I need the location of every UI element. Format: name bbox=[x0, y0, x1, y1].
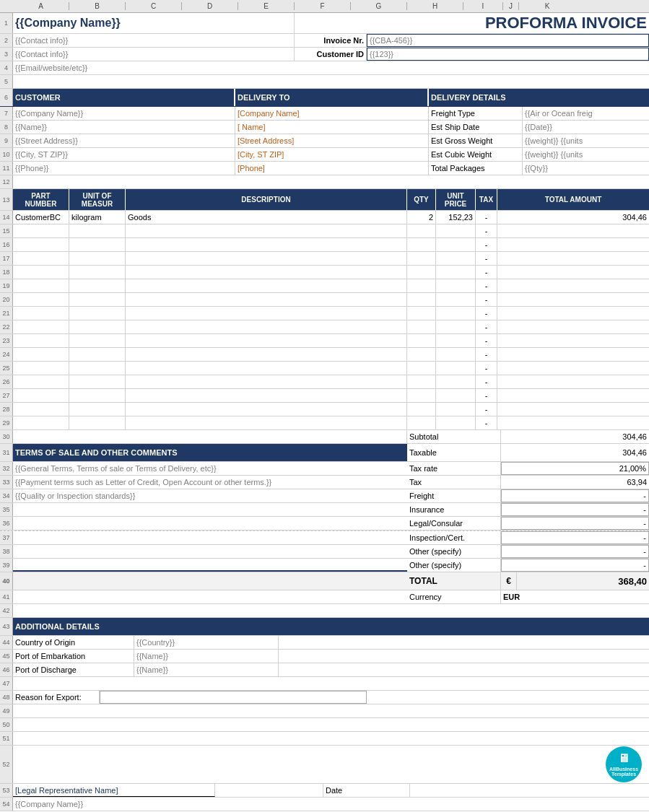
row-48: 48 Reason for Export: bbox=[0, 691, 649, 704]
td-part-22 bbox=[13, 320, 69, 333]
discharge-label: Port of Discharge bbox=[15, 665, 77, 674]
company-name-cell: {{Company Name}} bbox=[13, 13, 295, 33]
customer-id-label: Customer ID bbox=[317, 50, 364, 58]
row-8: 8 {{Name}} [ Name] Est Ship Date {{Date}… bbox=[0, 121, 649, 134]
row-10: 10 {{City, ST ZIP}} [City, ST ZIP] Est C… bbox=[0, 148, 649, 162]
row-num-29: 29 bbox=[0, 416, 13, 429]
contact2-cell: {{Contact info}} bbox=[13, 48, 295, 61]
row-num-31: 31 bbox=[0, 444, 13, 461]
terms-header-cell: TERMS OF SALE AND OTHER COMMENTS bbox=[13, 444, 407, 461]
td-total-24 bbox=[497, 348, 649, 361]
table-row-29: 29 - bbox=[0, 416, 649, 430]
row-44: 44 Country of Origin {{Country}} bbox=[0, 636, 649, 650]
td-price-29 bbox=[436, 416, 476, 429]
td-part-21 bbox=[13, 307, 69, 320]
invoice-nr-value: {{CBA-456}} bbox=[370, 36, 412, 45]
delivery-to-header-text: DELIVERY TO bbox=[238, 93, 290, 102]
subtotal-label: Subtotal bbox=[409, 432, 438, 441]
row-32: 32 {{General Terms, Terms of sale or Ter… bbox=[0, 462, 649, 476]
td-desc-26 bbox=[126, 375, 407, 388]
footer-company-cell: {{Company Name}} bbox=[13, 798, 649, 811]
row-num-35: 35 bbox=[0, 503, 13, 516]
row-35: 35 Insurance - bbox=[0, 503, 649, 517]
row-num-20: 20 bbox=[0, 293, 13, 306]
logo-icon: 🖥 bbox=[618, 752, 630, 765]
tax-label-cell: Tax bbox=[407, 476, 501, 489]
td-tax-22: - bbox=[476, 320, 497, 333]
reason-value-cell[interactable] bbox=[100, 691, 367, 704]
td-desc-18 bbox=[126, 266, 407, 279]
td-desc-24 bbox=[126, 348, 407, 361]
row-num-36: 36 bbox=[0, 517, 13, 530]
freight-label: Freight Type bbox=[431, 109, 475, 118]
other2-label: Other (specify) bbox=[409, 561, 461, 569]
total-currency-symbol-cell: € bbox=[501, 572, 517, 590]
td-unit-28 bbox=[69, 403, 126, 416]
cust-street-cell: {{Street Address}} bbox=[13, 134, 235, 147]
table-row-24: 24 - bbox=[0, 348, 649, 362]
td-qty-27 bbox=[407, 389, 436, 402]
table-row-27: 27 - bbox=[0, 389, 649, 403]
row35-empty bbox=[13, 503, 407, 516]
cust-city-text: {{City, ST ZIP}} bbox=[15, 150, 68, 159]
td-price-21 bbox=[436, 307, 476, 320]
row-39: 39 Other (specify) - bbox=[0, 559, 649, 572]
packages-value-cell: {{Qty}} bbox=[523, 162, 649, 175]
row-num-5: 5 bbox=[0, 75, 13, 88]
other1-label: Other (specify) bbox=[409, 547, 461, 556]
td-unit-24 bbox=[69, 348, 126, 361]
td-tax-29: - bbox=[476, 416, 497, 429]
taxable-label-cell: Taxable bbox=[407, 444, 501, 461]
customer-header-text: CUSTOMER bbox=[15, 93, 61, 102]
row-50: 50 bbox=[0, 718, 649, 732]
other1-label-cell: Other (specify) bbox=[407, 545, 501, 558]
grossweight-label: Est Gross Weight bbox=[431, 136, 492, 145]
row53-gap bbox=[215, 784, 323, 797]
row-num-41: 41 bbox=[0, 590, 13, 603]
total-label-cell: TOTAL bbox=[407, 572, 501, 590]
legal-label: Legal/Consular bbox=[409, 519, 463, 528]
row-5: 5 bbox=[0, 75, 649, 89]
td-desc-17 bbox=[126, 252, 407, 265]
table-row-21: 21 - bbox=[0, 307, 649, 320]
row-13: 13 PART NUMBER UNIT OF MEASUR DESCRIPTIO… bbox=[0, 189, 649, 211]
freight-summary-label: Freight bbox=[409, 492, 434, 500]
taxrate-label: Tax rate bbox=[409, 464, 437, 473]
row-num-39: 39 bbox=[0, 559, 13, 572]
col-header-h: H bbox=[407, 2, 463, 10]
discharge-label-cell: Port of Discharge bbox=[13, 663, 134, 676]
td-total-23 bbox=[497, 334, 649, 347]
legal-label-cell: Legal/Consular bbox=[407, 517, 501, 530]
td-price-26 bbox=[436, 375, 476, 388]
subtotal-value-cell: 304,46 bbox=[501, 430, 649, 443]
td-tax-24: - bbox=[476, 348, 497, 361]
row-num-30: 30 bbox=[0, 430, 13, 443]
row-num-37: 37 bbox=[0, 531, 13, 544]
email-cell: {{Email/website/etc}} bbox=[13, 61, 649, 74]
row-num-15: 15 bbox=[0, 224, 13, 237]
embarkation-label: Port of Embarkation bbox=[15, 652, 85, 660]
row-num-43: 43 bbox=[0, 618, 13, 635]
terms-line3-cell: {{Quality or Inspection standards}} bbox=[13, 489, 407, 502]
td-part-19 bbox=[13, 279, 69, 292]
row-52: 52 🖥 AllBusiness Templates bbox=[0, 746, 649, 784]
td-tax-21: - bbox=[476, 307, 497, 320]
row-49: 49 bbox=[0, 704, 649, 718]
row-53: 53 [Legal Representative Name] Date bbox=[0, 784, 649, 798]
taxable-value-cell: 304,46 bbox=[501, 444, 649, 461]
row41-empty bbox=[13, 590, 407, 603]
inspection-value: - bbox=[643, 533, 646, 542]
contact1-text: {{Contact info}} bbox=[15, 36, 68, 45]
row-num-28: 28 bbox=[0, 403, 13, 416]
cust-name-text: {{Name}} bbox=[15, 123, 47, 131]
td-qty-16 bbox=[407, 238, 436, 251]
currency-label-cell: Currency bbox=[407, 590, 501, 603]
row-9: 9 {{Street Address}} [Street Address] Es… bbox=[0, 134, 649, 148]
td-tax-27: - bbox=[476, 389, 497, 402]
table-row-18: 18 - bbox=[0, 266, 649, 279]
col-header-e: E bbox=[238, 2, 295, 10]
company-name-text: {{Company Name}} bbox=[15, 17, 121, 30]
td-desc-29 bbox=[126, 416, 407, 429]
embarkation-value: {{Name}} bbox=[136, 652, 168, 660]
td-part-17 bbox=[13, 252, 69, 265]
